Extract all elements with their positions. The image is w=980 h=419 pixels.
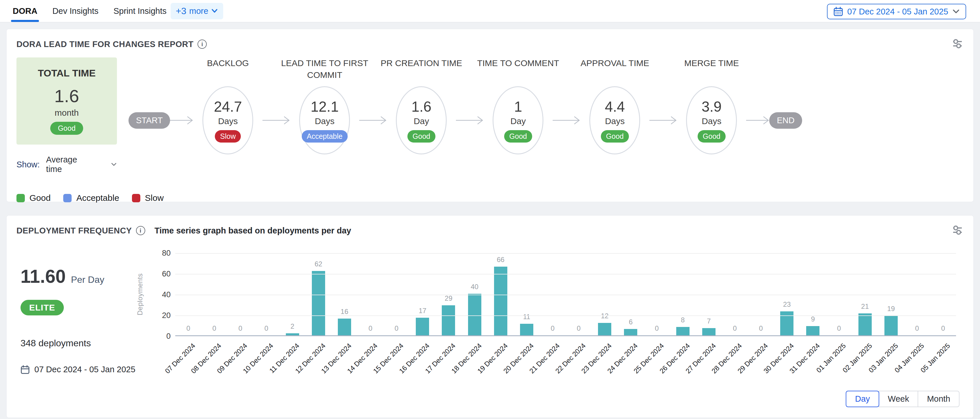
show-label: Show: xyxy=(16,160,40,170)
bar-column: 0 15 Dec 2024 xyxy=(383,253,409,335)
deployment-bar xyxy=(702,328,716,335)
bar-value-label: 0 xyxy=(186,324,190,332)
bar-column: 11 20 Dec 2024 xyxy=(514,253,540,335)
legend-label: Acceptable xyxy=(76,193,119,203)
chart-subtitle: Time series graph based on deployments p… xyxy=(154,226,351,235)
bar-value-label: 11 xyxy=(523,313,530,321)
stat-date-range-label: 07 Dec 2024 - 05 Jan 2025 xyxy=(34,365,135,374)
bar-column: 0 05 Jan 2025 xyxy=(930,253,956,335)
y-axis-tick: 0 xyxy=(150,332,171,341)
stage-value: 12.1 xyxy=(311,98,339,115)
bar-value-label: 0 xyxy=(213,324,216,332)
chevron-down-icon xyxy=(111,162,117,167)
stage-unit: Days xyxy=(218,116,238,126)
flow-arrow-icon xyxy=(746,116,769,125)
deployment-rate-unit: Per Day xyxy=(71,275,105,285)
flow-stage: LEAD TIME TO FIRST COMMIT 12.1 Days Acce… xyxy=(290,57,359,154)
legend-item: Good xyxy=(16,193,51,203)
show-selected-value: Average time xyxy=(46,155,85,174)
flow-stage: PR CREATION TIME 1.6 Day Good xyxy=(387,57,456,154)
deployment-bar xyxy=(520,324,533,335)
date-range-picker[interactable]: 07 Dec 2024 - 05 Jan 2025 xyxy=(827,4,966,19)
deployment-card-title: DEPLOYMENT FREQUENCY xyxy=(16,226,132,235)
deployment-frequency-card: DEPLOYMENT FREQUENCY i Time series graph… xyxy=(6,215,974,418)
stage-status-badge: Good xyxy=(601,130,629,143)
stage-value: 1.6 xyxy=(412,98,432,115)
deployments-bar-chart: Deployments 0 07 Dec 2024 0 08 Dec 2024 … xyxy=(143,246,964,374)
bar-column: 29 17 Dec 2024 xyxy=(436,253,461,335)
flow-arrow-icon xyxy=(649,116,677,125)
granularity-toggle: DayWeekMonth xyxy=(846,391,959,407)
granularity-month-button[interactable]: Month xyxy=(918,391,959,407)
flow-arrow-icon xyxy=(553,116,580,125)
performance-tier-badge: ELITE xyxy=(21,300,64,316)
granularity-week-button[interactable]: Week xyxy=(879,391,918,407)
more-tabs-chip[interactable]: +3 more xyxy=(171,3,223,19)
top-navigation-bar: DORADev InsightsSprint Insights +3 more … xyxy=(0,0,980,22)
flow-stage: BACKLOG 24.7 Days Slow xyxy=(193,57,262,154)
deployment-bar xyxy=(598,323,611,335)
show-metric-dropdown[interactable]: Show: Average time xyxy=(16,155,117,174)
bar-column: 0 22 Dec 2024 xyxy=(566,253,592,335)
bar-column: 21 02 Jan 2025 xyxy=(852,253,878,335)
total-deployments: 348 deployments xyxy=(21,338,143,349)
flow-arrow-icon xyxy=(456,116,484,125)
stage-unit: Days xyxy=(315,116,334,126)
legend-swatch xyxy=(132,194,140,202)
bar-column: 62 12 Dec 2024 xyxy=(305,253,331,335)
filter-sliders-icon[interactable] xyxy=(951,38,964,51)
report-tabs: DORADev InsightsSprint Insights xyxy=(13,0,167,22)
flow-stage: MERGE TIME 3.9 Days Good xyxy=(677,57,746,154)
stage-circle: 3.9 Days Good xyxy=(686,86,737,154)
bar-column: 7 27 Dec 2024 xyxy=(696,253,722,335)
bar-value-label: 0 xyxy=(368,324,372,332)
bar-column: 17 16 Dec 2024 xyxy=(409,253,436,335)
stage-title: PR CREATION TIME xyxy=(371,57,472,69)
bar-value-label: 0 xyxy=(550,324,554,332)
tab-dora[interactable]: DORA xyxy=(13,0,37,22)
filter-sliders-icon[interactable] xyxy=(951,224,964,237)
stage-status-badge: Good xyxy=(698,130,725,143)
bar-column: 0 09 Dec 2024 xyxy=(227,253,253,335)
bar-value-label: 0 xyxy=(655,324,659,332)
deployment-bar xyxy=(624,329,637,335)
bar-value-label: 19 xyxy=(887,305,895,313)
deployment-bar xyxy=(286,333,299,335)
lead-time-flow-diagram: START BACKLOG 24.7 Days Slow LEAD TIME T… xyxy=(117,57,964,154)
stage-circle: 1.6 Day Good xyxy=(396,86,447,154)
deployment-bar xyxy=(885,316,898,335)
bar-column: 0 29 Dec 2024 xyxy=(748,253,774,335)
bar-column: 0 04 Jan 2025 xyxy=(904,253,930,335)
chart-plot-area: Deployments 0 07 Dec 2024 0 08 Dec 2024 … xyxy=(175,253,956,336)
deployment-bar xyxy=(416,318,429,335)
bar-column: 0 08 Dec 2024 xyxy=(201,253,227,335)
stage-value: 24.7 xyxy=(214,98,242,115)
tab-sprint-insights[interactable]: Sprint Insights xyxy=(113,0,167,22)
bar-value-label: 0 xyxy=(759,324,762,332)
y-axis-label: Deployments xyxy=(136,273,144,316)
stage-status-badge: Slow xyxy=(215,130,241,143)
y-axis-tick: 20 xyxy=(150,311,171,320)
stage-unit: Days xyxy=(605,116,625,126)
more-tabs-count: +3 xyxy=(176,6,186,16)
bar-column: 16 13 Dec 2024 xyxy=(331,253,358,335)
bar-column: 9 31 Dec 2024 xyxy=(800,253,826,335)
tab-dev-insights[interactable]: Dev Insights xyxy=(52,0,99,22)
y-axis-tick: 40 xyxy=(150,290,171,299)
stage-unit: Day xyxy=(414,116,429,126)
total-time-card: TOTAL TIME 1.6 month Good xyxy=(16,57,117,144)
granularity-day-button[interactable]: Day xyxy=(846,391,879,407)
bar-value-label: 0 xyxy=(915,324,919,332)
stage-value: 4.4 xyxy=(605,98,625,115)
info-icon[interactable]: i xyxy=(197,40,207,49)
flow-start-pill: START xyxy=(129,112,170,129)
bar-value-label: 62 xyxy=(315,260,322,268)
info-icon[interactable]: i xyxy=(136,226,145,235)
deployment-rate-value: 11.60 xyxy=(21,266,66,287)
stage-status-badge: Good xyxy=(407,130,436,143)
deployment-bar xyxy=(806,326,819,335)
bar-value-label: 0 xyxy=(733,324,737,332)
stage-title: APPROVAL TIME xyxy=(564,57,665,69)
stage-title: TIME TO COMMENT xyxy=(468,57,568,69)
status-legend: Good Acceptable Slow xyxy=(16,193,964,203)
